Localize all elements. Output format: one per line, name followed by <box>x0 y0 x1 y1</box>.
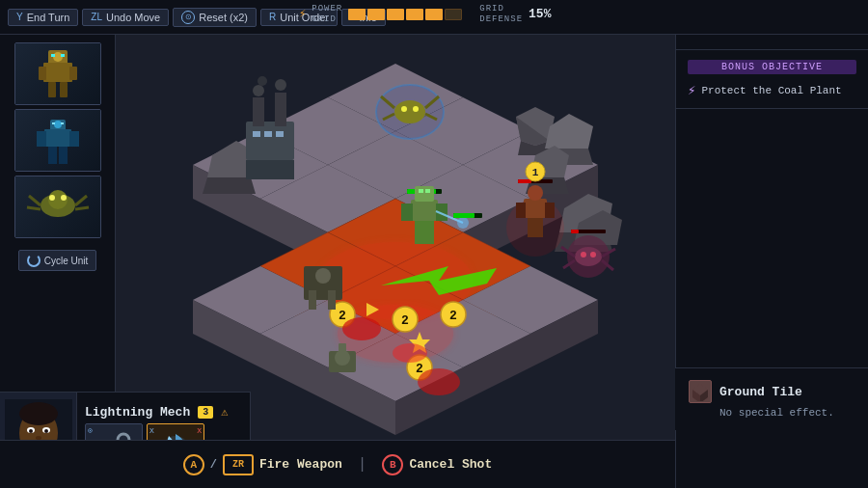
svg-line-23 <box>75 207 89 209</box>
svg-text:1: 1 <box>532 167 539 178</box>
svg-point-156 <box>258 76 267 86</box>
tile-description: No special effect. <box>719 407 854 419</box>
power-icon: ⚡ <box>299 7 306 21</box>
svg-rect-2 <box>39 67 46 80</box>
game-area[interactable]: 1 2 2 2 2 <box>116 35 675 440</box>
unit-order-key: R <box>269 12 276 22</box>
svg-point-157 <box>275 79 286 91</box>
svg-point-112 <box>457 217 469 229</box>
pg-bar-2 <box>367 9 385 20</box>
svg-point-99 <box>401 106 407 112</box>
svg-text:2: 2 <box>401 313 409 328</box>
svg-point-172 <box>19 402 58 425</box>
undo-move-button[interactable]: ZL Undo Move <box>82 9 169 26</box>
bonus-objective-header: Bonus Objective <box>688 60 856 74</box>
tile-header: Ground Tile <box>689 380 854 403</box>
portrait-bg-1 <box>15 43 100 104</box>
top-bar: Y End Turn ZL Undo Move ⊙ Reset (x2) R U… <box>0 0 868 35</box>
svg-point-142 <box>590 252 596 258</box>
svg-rect-152 <box>253 131 260 137</box>
svg-rect-1 <box>43 63 72 82</box>
alert-icon: ⚠ <box>221 405 228 420</box>
svg-point-176 <box>44 429 48 433</box>
tile-icon <box>689 380 712 403</box>
svg-text:2: 2 <box>339 309 346 323</box>
fire-weapon-action[interactable]: A / ZR Fire Weapon <box>183 454 342 475</box>
pg-bar-5 <box>425 9 443 20</box>
svg-line-21 <box>27 207 41 209</box>
svg-rect-14 <box>59 147 68 164</box>
portrait-bg-3 <box>15 176 100 237</box>
svg-rect-3 <box>69 67 77 80</box>
ground-tile-info: Ground Tile No special effect. <box>675 367 868 430</box>
cycle-icon <box>27 254 41 267</box>
pg-bar-1 <box>348 9 366 20</box>
svg-line-22 <box>75 196 87 205</box>
svg-rect-116 <box>528 218 535 237</box>
svg-rect-161 <box>328 290 336 310</box>
svg-point-146 <box>418 368 460 395</box>
svg-point-15 <box>54 121 62 128</box>
svg-rect-115 <box>524 199 547 218</box>
svg-rect-17 <box>61 122 64 124</box>
reset-label: Reset (x2) <box>199 12 248 23</box>
svg-rect-4 <box>48 82 56 97</box>
power-grid-label: POWER GRID <box>312 4 342 25</box>
svg-marker-91 <box>203 177 256 194</box>
fire-weapon-label: Fire Weapon <box>259 457 342 472</box>
unit-portrait-2[interactable] <box>14 109 101 172</box>
pg-bar-6 <box>445 9 462 20</box>
bonus-objective: Bonus Objective ⚡ Protect the Coal Plant <box>676 50 868 109</box>
svg-line-20 <box>29 196 41 205</box>
end-turn-key: Y <box>16 12 23 22</box>
pg-bar-3 <box>387 9 404 20</box>
reset-button[interactable]: ⊙ Reset (x2) <box>173 8 257 27</box>
svg-rect-118 <box>516 203 526 218</box>
svg-rect-110 <box>425 189 430 193</box>
svg-rect-154 <box>276 131 284 137</box>
cycle-unit-button[interactable]: Cycle Unit <box>18 250 97 271</box>
grid-defense: GRID DEFENSE 15% <box>479 4 551 25</box>
svg-rect-13 <box>48 147 57 164</box>
lightning-icon: ⚡ <box>688 82 695 98</box>
pg-bar-4 <box>406 9 423 20</box>
svg-rect-117 <box>535 218 543 237</box>
svg-rect-148 <box>246 122 294 160</box>
unit-health-bars <box>453 213 482 218</box>
svg-point-94 <box>394 100 425 123</box>
cycle-unit-label: Cycle Unit <box>44 256 89 266</box>
svg-rect-122 <box>518 179 531 183</box>
cancel-key-b: B <box>382 454 403 475</box>
end-turn-label: End Turn <box>27 12 70 23</box>
tile-icon-svg <box>691 382 710 401</box>
unit-portrait-1[interactable] <box>14 42 101 105</box>
svg-rect-108 <box>415 186 434 202</box>
action-2-key: X <box>149 426 154 435</box>
svg-rect-144 <box>571 230 579 233</box>
end-turn-button[interactable]: Y End Turn <box>8 9 78 26</box>
svg-point-175 <box>29 429 33 433</box>
svg-rect-5 <box>60 82 68 97</box>
svg-rect-160 <box>309 290 316 310</box>
bottom-bar: A / ZR Fire Weapon | B Cancel Shot <box>0 440 675 488</box>
cancel-shot-action[interactable]: B Cancel Shot <box>382 454 492 475</box>
svg-point-145 <box>342 317 381 340</box>
svg-point-120 <box>528 185 543 201</box>
power-grid-bars <box>348 9 462 20</box>
grid-defense-label: GRID DEFENSE <box>479 4 523 25</box>
bonus-objective-text: Protect the Coal Plant <box>701 85 841 96</box>
svg-rect-7 <box>51 54 55 57</box>
svg-rect-153 <box>264 131 272 137</box>
svg-rect-8 <box>61 54 65 57</box>
svg-point-25 <box>61 195 67 201</box>
unit-portrait-3[interactable] <box>14 176 101 238</box>
unit-art-3 <box>19 178 96 236</box>
bonus-objective-content: ⚡ Protect the Coal Plant <box>688 82 856 98</box>
unit-art-1 <box>19 45 96 103</box>
portrait-bg-2 <box>15 110 100 171</box>
svg-rect-150 <box>253 97 264 126</box>
svg-rect-16 <box>52 122 55 124</box>
action-x-key: X <box>197 426 202 435</box>
svg-rect-164 <box>339 343 346 358</box>
svg-rect-151 <box>275 93 286 126</box>
